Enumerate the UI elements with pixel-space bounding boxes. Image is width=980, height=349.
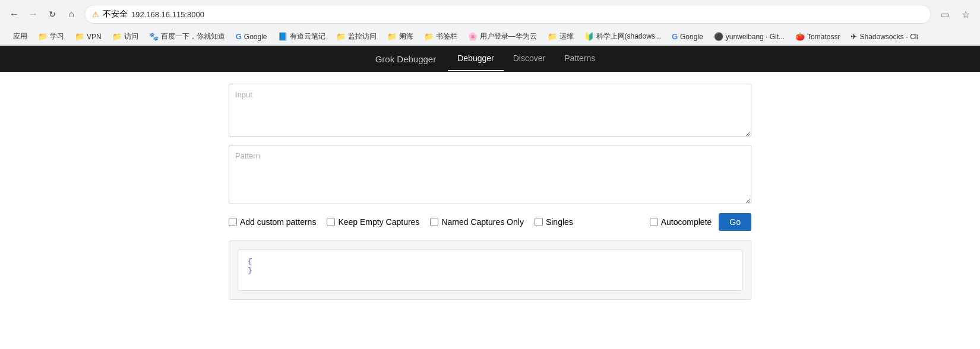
folder-icon-monitor: 📁 xyxy=(336,32,346,41)
add-custom-patterns-checkbox[interactable]: Add custom patterns xyxy=(229,217,316,227)
bookmark-baidu[interactable]: 🐾 百度一下，你就知道 xyxy=(144,30,230,43)
bookmark-shadowsocks-label: Shadowsocks - Cli xyxy=(859,33,918,41)
go-button[interactable]: Go xyxy=(719,213,751,231)
bookmark-google2-label: Google xyxy=(680,33,703,41)
folder-icon-visit: 📁 xyxy=(112,32,122,41)
bookmark-huawei[interactable]: 🌸 用户登录—华为云 xyxy=(463,30,542,43)
address-bar[interactable]: ⚠ 不安全 192.168.16.115:8000 xyxy=(84,5,931,24)
bookmark-google1-label: Google xyxy=(244,33,267,41)
shadowsocks-icon: ✈ xyxy=(851,32,857,41)
main-content: Add custom patterns Keep Empty Captures … xyxy=(217,72,763,312)
github-icon: ⚫ xyxy=(714,32,723,41)
keep-empty-captures-input[interactable] xyxy=(327,218,335,226)
bookmark-study[interactable]: 📁 学习 xyxy=(33,30,69,43)
bookmark-lanhai[interactable]: 📁 阑海 xyxy=(382,30,418,43)
options-row: Add custom patterns Keep Empty Captures … xyxy=(229,213,751,231)
nav-buttons: ← → ↻ ⌂ xyxy=(6,6,80,23)
shadowsciech-icon: 🔰 xyxy=(584,32,594,41)
baidu-icon: 🐾 xyxy=(149,32,159,41)
singles-checkbox[interactable]: Singles xyxy=(535,217,573,227)
huawei-icon: 🌸 xyxy=(468,32,478,41)
bookmark-huawei-label: 用户登录—华为云 xyxy=(480,31,537,42)
autocomplete-label: Autocomplete xyxy=(661,217,712,227)
bookmark-bookmarks[interactable]: 📁 书签栏 xyxy=(419,30,462,43)
named-captures-only-checkbox[interactable]: Named Captures Only xyxy=(430,217,524,227)
bookmark-shadowsocks[interactable]: ✈ Shadowsocks - Cli xyxy=(846,30,923,43)
folder-icon-vpn: 📁 xyxy=(75,32,84,41)
output-close-brace: } xyxy=(248,266,732,275)
autocomplete-checkbox[interactable]: Autocomplete xyxy=(650,217,712,227)
tab-discover[interactable]: Discover xyxy=(504,46,555,71)
keep-empty-captures-checkbox[interactable]: Keep Empty Captures xyxy=(327,217,419,227)
google-icon-1: G xyxy=(236,32,242,41)
bookmark-bookmarks-label: 书签栏 xyxy=(436,31,457,42)
home-button[interactable]: ⌂ xyxy=(63,6,80,23)
browser-chrome: ← → ↻ ⌂ ⚠ 不安全 192.168.16.115:8000 ▭ ☆ ​ … xyxy=(0,0,980,46)
autocomplete-input[interactable] xyxy=(650,218,658,226)
youdao-icon: 📘 xyxy=(278,32,287,41)
browser-actions: ▭ ☆ xyxy=(936,6,974,23)
folder-icon-bookmarks: 📁 xyxy=(424,32,434,41)
security-warning-label: 不安全 xyxy=(103,9,128,20)
bookmark-shadowsciech[interactable]: 🔰 科学上网(shadows... xyxy=(580,30,666,43)
bookmark-google1[interactable]: G Google xyxy=(231,30,272,43)
bookmark-shadowsciech-label: 科学上网(shadows... xyxy=(596,31,661,42)
folder-icon-lanhai: 📁 xyxy=(387,32,397,41)
forward-button[interactable]: → xyxy=(25,6,42,23)
folder-icon: 📁 xyxy=(38,32,48,41)
input-textarea[interactable] xyxy=(229,84,751,137)
bookmark-apps-label: 应用 xyxy=(13,31,27,42)
output-open-brace: { xyxy=(248,257,732,266)
named-captures-only-input[interactable] xyxy=(430,218,438,226)
reload-button[interactable]: ↻ xyxy=(44,6,61,23)
bookmark-vpn-label: VPN xyxy=(87,33,102,41)
bookmark-lanhai-label: 阑海 xyxy=(399,31,413,42)
tab-debugger[interactable]: Debugger xyxy=(448,46,504,71)
keep-empty-captures-label: Keep Empty Captures xyxy=(338,217,419,227)
bookmark-github-label: yunweibang · Git... xyxy=(726,33,785,41)
cast-button[interactable]: ▭ xyxy=(936,6,953,23)
bookmark-visit[interactable]: 📁 访问 xyxy=(108,30,143,43)
app-title: Grok Debugger xyxy=(375,54,437,64)
bookmark-tomato-label: Tomatossr xyxy=(807,33,840,41)
folder-icon-ops: 📁 xyxy=(548,32,557,41)
add-custom-patterns-input[interactable] xyxy=(229,218,237,226)
browser-toolbar: ← → ↻ ⌂ ⚠ 不安全 192.168.16.115:8000 ▭ ☆ xyxy=(0,0,980,28)
bookmark-vpn[interactable]: 📁 VPN xyxy=(70,30,106,43)
singles-input[interactable] xyxy=(535,218,543,226)
bookmark-ops[interactable]: 📁 运维 xyxy=(543,30,578,43)
bookmark-apps[interactable]: ​ 应用 xyxy=(6,30,32,43)
back-button[interactable]: ← xyxy=(6,6,23,23)
tab-patterns[interactable]: Patterns xyxy=(555,46,605,71)
bookmark-youdao[interactable]: 📘 有道云笔记 xyxy=(273,30,330,43)
security-warning-icon: ⚠ xyxy=(92,10,99,19)
bookmark-google2[interactable]: G Google xyxy=(667,30,708,43)
bookmark-button[interactable]: ☆ xyxy=(957,6,974,23)
bookmark-visit-label: 访问 xyxy=(124,31,138,42)
named-captures-only-label: Named Captures Only xyxy=(441,217,524,227)
bookmark-github[interactable]: ⚫ yunweibang · Git... xyxy=(709,30,789,43)
bookmark-monitor-label: 监控访问 xyxy=(348,31,377,42)
bookmark-youdao-label: 有道云笔记 xyxy=(290,31,325,42)
bookmark-study-label: 学习 xyxy=(50,31,64,42)
bookmark-baidu-label: 百度一下，你就知道 xyxy=(161,31,225,42)
tomato-icon: 🍅 xyxy=(795,32,805,41)
url-display: 192.168.16.115:8000 xyxy=(131,10,924,19)
bookmark-monitor[interactable]: 📁 监控访问 xyxy=(331,30,381,43)
bookmark-tomato[interactable]: 🍅 Tomatossr xyxy=(791,30,845,43)
app-header: Grok Debugger Debugger Discover Patterns xyxy=(0,46,980,72)
google-icon-2: G xyxy=(672,32,678,41)
add-custom-patterns-label: Add custom patterns xyxy=(240,217,316,227)
pattern-textarea[interactable] xyxy=(229,145,751,204)
nav-tabs: Debugger Discover Patterns xyxy=(448,46,605,71)
singles-label: Singles xyxy=(546,217,573,227)
output-code: { } xyxy=(238,249,742,291)
bookmark-ops-label: 运维 xyxy=(559,31,574,42)
bookmarks-bar: ​ 应用 📁 学习 📁 VPN 📁 访问 🐾 百度一下，你就知道 G Googl… xyxy=(0,28,980,45)
output-panel: { } xyxy=(229,240,751,300)
